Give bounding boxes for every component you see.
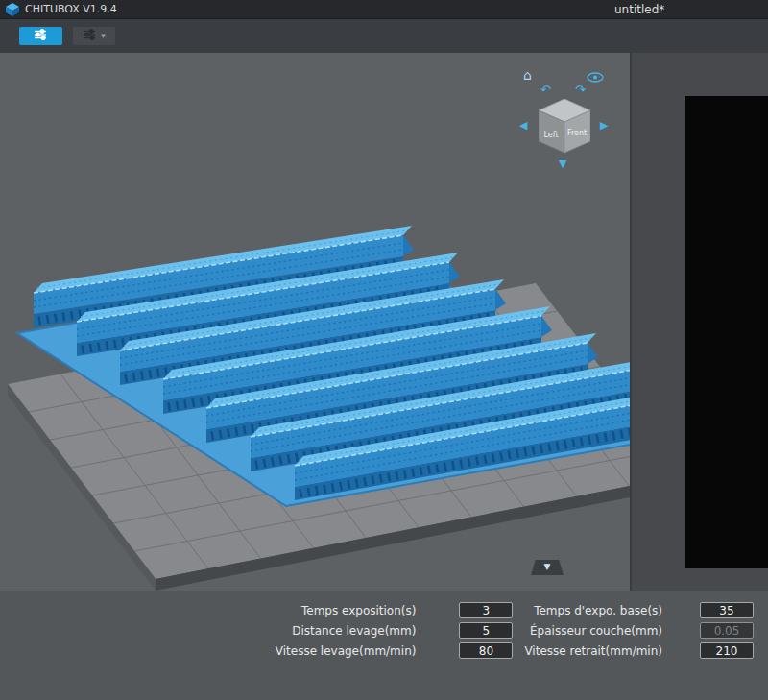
print-settings-panel: Temps exposition(s) Temps d'expo. base(s… xyxy=(0,591,768,700)
printer-screen-preview xyxy=(685,96,768,568)
input-exposure-time[interactable] xyxy=(459,602,513,618)
home-view-icon[interactable]: ⌂ xyxy=(523,68,532,82)
rotate-view-left-icon[interactable]: ◀ xyxy=(519,120,527,131)
chevron-down-icon: ▾ xyxy=(101,32,106,40)
cube-face-front-label: Front xyxy=(567,129,587,137)
label-exposure-time: Temps exposition(s) xyxy=(290,604,416,617)
rotate-right-icon[interactable]: ↷ xyxy=(575,84,586,96)
collapse-panel-tab[interactable]: ▼ xyxy=(531,560,564,575)
print-settings-button[interactable] xyxy=(19,27,62,45)
sliders-icon xyxy=(83,29,97,43)
cube-face-left-label: Left xyxy=(543,131,558,139)
document-title: untitled* xyxy=(614,3,664,16)
eye-icon[interactable] xyxy=(587,70,604,85)
app-logo-icon xyxy=(6,3,19,16)
viewport-3d-canvas[interactable]: ⌂ ↶ ↷ ◀ ▶ ▼ Left Front ▼ xyxy=(0,53,630,591)
settings-form: Temps exposition(s) Temps d'expo. base(s… xyxy=(264,602,754,659)
collapse-arrow-icon: ▼ xyxy=(544,562,551,571)
orientation-cube[interactable]: Left Front xyxy=(539,99,590,160)
label-retract-speed: Vitesse retrait(mm/min) xyxy=(513,644,662,658)
label-bottom-exposure: Temps d'expo. base(s) xyxy=(522,604,662,617)
input-layer-height xyxy=(700,622,754,639)
app-title: CHITUBOX V1.9.4 xyxy=(25,3,117,15)
input-lift-distance[interactable] xyxy=(459,622,513,639)
sliders-icon xyxy=(34,29,48,43)
rotate-left-icon[interactable]: ↶ xyxy=(540,84,551,96)
input-retract-speed[interactable] xyxy=(700,642,754,659)
label-lift-speed: Vitesse levage(mm/min) xyxy=(264,644,417,658)
input-bottom-exposure[interactable] xyxy=(700,602,754,618)
title-bar: CHITUBOX V1.9.4 untitled* xyxy=(0,0,768,19)
rotate-view-right-icon[interactable]: ▶ xyxy=(600,120,608,131)
label-lift-distance: Distance levage(mm) xyxy=(280,624,416,638)
settings-dropdown-button[interactable]: ▾ xyxy=(73,27,115,45)
input-lift-speed[interactable] xyxy=(459,642,513,659)
printer-preview-panel xyxy=(632,53,768,591)
view-navigation-gizmo: ⌂ ↶ ↷ ◀ ▶ ▼ Left Front xyxy=(514,60,615,174)
label-layer-height: Épaisseur couche(mm) xyxy=(518,624,662,638)
toolbar: ▾ xyxy=(0,20,768,53)
